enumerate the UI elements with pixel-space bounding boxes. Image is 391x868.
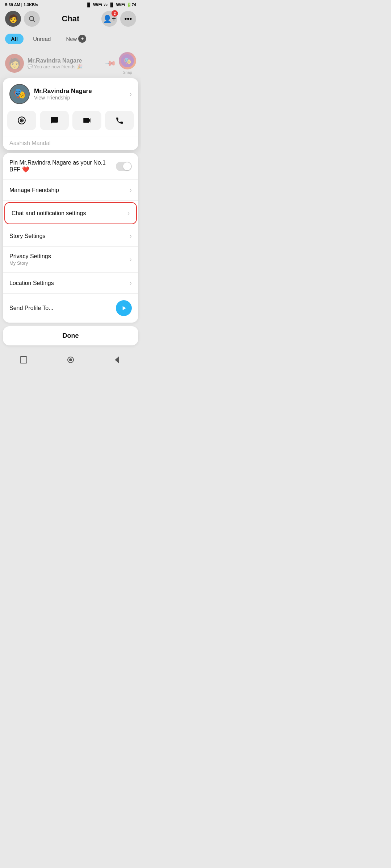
send-profile-menu-item[interactable]: Send Profile To...	[3, 294, 138, 323]
partial-contact-item: Aashish Mandal	[3, 136, 138, 150]
pin-bff-toggle[interactable]	[116, 162, 132, 171]
manage-friendship-label: Manage Friendship	[9, 187, 59, 193]
new-plus-icon: +	[78, 35, 86, 43]
status-bar: 5:39 AM | 1.3KB/s ▐▌ WiFi Vo ▐▌ WiFi 🔋74	[0, 0, 141, 9]
time-text: 5:39 AM | 1.3KB/s	[5, 3, 38, 7]
chat-avatar: 🧑	[5, 54, 24, 73]
action-icons-row	[3, 107, 138, 136]
square-icon	[19, 356, 28, 364]
bottom-nav-bar	[0, 349, 141, 369]
page-title: Chat	[40, 14, 101, 24]
chat-notification-settings-menu-item[interactable]: Chat and notification settings ›	[4, 202, 137, 224]
phone-icon	[115, 116, 124, 125]
heart-icon: ❤️	[22, 166, 29, 173]
chat-notification-settings-label: Chat and notification settings	[12, 210, 86, 217]
user-avatar[interactable]: 🧑	[5, 11, 21, 27]
privacy-settings-chevron-icon: ›	[130, 256, 132, 263]
tab-new[interactable]: New +	[60, 33, 92, 45]
svg-line-1	[33, 20, 35, 22]
chat-info: Mr.Ravindra Nagare 💬 You are now friends…	[28, 58, 102, 69]
status-icons: ▐▌ WiFi Vo ▐▌ WiFi 🔋74	[86, 2, 136, 7]
nav-back-button[interactable]	[112, 354, 123, 366]
chat-list-item: 🧑 Mr.Ravindra Nagare 💬 You are now frien…	[0, 48, 141, 78]
camera-action-button[interactable]	[7, 111, 36, 130]
pin-bff-menu-item[interactable]: Pin Mr.Ravindra Nagare as your No.1 BFF …	[3, 153, 138, 180]
tab-all[interactable]: All	[5, 34, 24, 44]
profile-bitmoji: 🎭	[10, 85, 29, 103]
svg-point-8	[21, 120, 22, 121]
chat-sub: 💬 You are now friends 🎉	[28, 64, 102, 69]
profile-section[interactable]: 🎭 Mr.Ravindra Nagare View Friendship ›	[3, 78, 138, 107]
home-icon	[66, 356, 75, 364]
story-settings-menu-item[interactable]: Story Settings ›	[3, 226, 138, 247]
svg-rect-9	[20, 357, 27, 363]
context-menu-list: Pin Mr.Ravindra Nagare as your No.1 BFF …	[3, 153, 138, 323]
phone-action-button[interactable]	[105, 111, 134, 130]
video-icon	[82, 116, 92, 125]
manage-friendship-menu-item[interactable]: Manage Friendship ›	[3, 180, 138, 201]
done-button[interactable]: Done	[3, 326, 138, 345]
snap-label: Snap	[123, 70, 132, 75]
pin-icon: 📌	[104, 57, 117, 70]
status-time: 5:39 AM | 1.3KB/s	[5, 3, 38, 7]
search-button[interactable]	[24, 11, 40, 27]
signal2-icon: ▐▌	[109, 3, 115, 7]
more-icon: •••	[124, 15, 132, 23]
toggle-dot	[123, 162, 131, 170]
svg-text:🎭: 🎭	[13, 88, 26, 99]
video-action-button[interactable]	[72, 111, 101, 130]
context-menu-card: 🎭 Mr.Ravindra Nagare View Friendship ›	[3, 78, 138, 150]
search-icon	[28, 15, 35, 22]
vo-icon: Vo	[104, 3, 108, 7]
view-friendship-label: View Friendship	[34, 95, 92, 101]
story-settings-label: Story Settings	[9, 233, 46, 239]
chat-actions: 📌 🎭 Snap	[106, 52, 136, 75]
profile-text: Mr.Ravindra Nagare View Friendship	[34, 88, 92, 101]
profile-name: Mr.Ravindra Nagare	[34, 88, 92, 95]
chat-action-button[interactable]	[40, 111, 69, 130]
tab-bar: All Unread New +	[0, 30, 141, 48]
pin-bff-label-group: Pin Mr.Ravindra Nagare as your No.1 BFF …	[9, 159, 116, 173]
location-settings-menu-item[interactable]: Location Settings ›	[3, 273, 138, 294]
wifi-icon: WiFi	[93, 2, 102, 7]
location-settings-chevron-icon: ›	[130, 279, 132, 287]
wifi2-icon: WiFi	[116, 2, 125, 7]
signal-icon: ▐▌	[86, 3, 92, 7]
tab-unread[interactable]: Unread	[27, 34, 56, 44]
svg-text:🎭: 🎭	[123, 57, 132, 65]
snap-bitmoji: 🎭	[121, 54, 134, 67]
profile-chevron-icon: ›	[130, 90, 132, 98]
snap-avatar: 🎭	[119, 52, 136, 69]
chat-icon	[50, 116, 59, 125]
privacy-settings-label: Privacy Settings	[9, 253, 51, 260]
manage-friendship-chevron-icon: ›	[130, 186, 132, 194]
story-settings-chevron-icon: ›	[130, 232, 132, 240]
send-icon	[120, 305, 127, 312]
profile-info: 🎭 Mr.Ravindra Nagare View Friendship	[9, 84, 92, 104]
svg-marker-12	[115, 357, 119, 363]
chat-header: 🧑 Chat 👤+ 2 •••	[0, 9, 141, 30]
profile-picture: 🎭	[9, 84, 30, 104]
camera-icon	[17, 116, 26, 125]
add-friend-button[interactable]: 👤+ 2	[101, 11, 117, 27]
more-options-button[interactable]: •••	[120, 11, 136, 27]
location-settings-label: Location Settings	[9, 280, 54, 286]
svg-point-11	[70, 359, 72, 361]
nav-square-button[interactable]	[18, 354, 29, 366]
privacy-settings-menu-item[interactable]: Privacy Settings My Story ›	[3, 247, 138, 273]
header-action-group: 👤+ 2 •••	[101, 11, 136, 27]
battery-icon: 🔋74	[127, 3, 136, 7]
privacy-settings-sub: My Story	[9, 260, 51, 266]
nav-home-button[interactable]	[65, 354, 76, 366]
notification-badge: 2	[112, 10, 118, 17]
back-icon	[113, 356, 122, 364]
chat-notification-settings-chevron-icon: ›	[127, 209, 130, 217]
send-profile-button[interactable]	[116, 300, 132, 316]
chat-name: Mr.Ravindra Nagare	[28, 58, 102, 64]
send-profile-label: Send Profile To...	[9, 305, 54, 311]
done-label: Done	[63, 332, 79, 339]
